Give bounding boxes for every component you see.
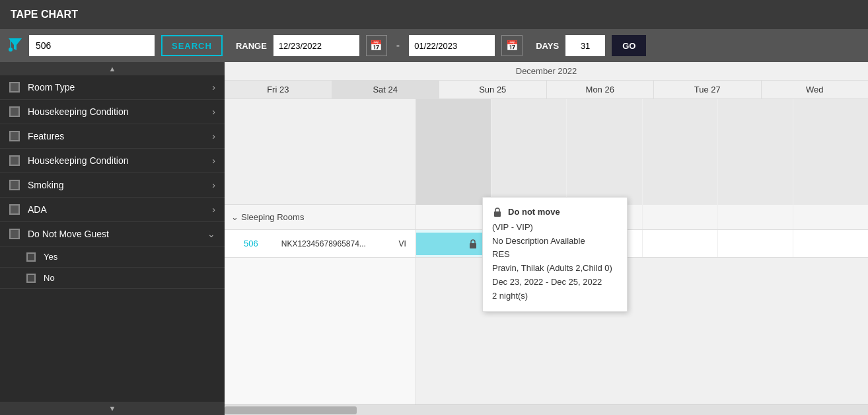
title-bar: TAPE CHART — [0, 0, 868, 29]
sidebar-scroll: Room Type › Housekeeping Condition › Fea… — [0, 75, 225, 402]
housekeeping-2-chevron-right: › — [212, 155, 215, 166]
sidebar-item-housekeeping-1[interactable]: Housekeeping Condition › — [0, 100, 225, 124]
housekeeping-2-checkbox[interactable] — [9, 155, 20, 166]
room-type-checkbox[interactable] — [9, 82, 20, 93]
month-header: December 2022 — [225, 62, 868, 81]
day-header-mon26: Mon 26 — [547, 81, 655, 98]
housekeeping-1-label: Housekeeping Condition — [28, 106, 212, 117]
sidebar: ▲ Room Type › Housekeeping Condition › F… — [0, 62, 225, 415]
day-header-sun25: Sun 25 — [439, 81, 547, 98]
svg-rect-4 — [494, 211, 501, 217]
features-label: Features — [28, 131, 212, 141]
main-layout: ▲ Room Type › Housekeeping Condition › F… — [0, 62, 868, 415]
sidebar-scroll-up[interactable]: ▲ — [0, 62, 225, 75]
tooltip-line2: (VIP - VIP) — [492, 221, 618, 235]
chart-area: December 2022 Fri 23 Sat 24 Sun 25 Mon 2… — [225, 62, 868, 415]
day-headers: Fri 23 Sat 24 Sun 25 Mon 26 Tue 27 Wed — [225, 81, 868, 99]
days-label: DAYS — [536, 41, 559, 51]
sidebar-scroll-down[interactable]: ▼ — [0, 402, 225, 415]
toolbar: SEARCH RANGE 📅 - 📅 DAYS GO — [0, 29, 868, 62]
no-checkbox[interactable] — [26, 274, 36, 283]
lock-icon — [468, 239, 478, 249]
features-checkbox[interactable] — [9, 131, 20, 141]
svg-point-1 — [9, 48, 13, 52]
tooltip: Do not move (VIP - VIP) No Description A… — [482, 197, 628, 312]
tooltip-line3: No Description Available — [492, 235, 618, 248]
sidebar-item-features[interactable]: Features › — [0, 124, 225, 149]
sleeping-rooms-label: Sleeping Rooms — [241, 212, 304, 222]
housekeeping-1-chevron-right: › — [212, 106, 215, 117]
confirmation-number: NKX12345678965874... — [277, 239, 389, 248]
tooltip-line4: RES — [492, 248, 618, 262]
chart-grid: PRAVIN Do not move (VIP - VIP) — [416, 99, 868, 404]
sidebar-item-housekeeping-2[interactable]: Housekeeping Condition › — [0, 149, 225, 173]
svg-rect-3 — [470, 243, 476, 248]
sub-item-no[interactable]: No — [0, 268, 225, 289]
room-type-code: VI — [389, 239, 416, 248]
sidebar-item-room-type[interactable]: Room Type › — [0, 75, 225, 100]
room-type-label: Room Type — [28, 82, 212, 93]
tooltip-title: Do not move — [492, 206, 618, 219]
no-label: No — [44, 273, 55, 283]
tooltip-line7: 2 night(s) — [492, 289, 618, 303]
day-header-wed: Wed — [762, 81, 869, 98]
smoking-label: Smoking — [28, 180, 212, 190]
ada-chevron-right: › — [212, 204, 215, 215]
go-button[interactable]: GO — [612, 35, 646, 56]
search-button[interactable]: SEARCH — [161, 35, 223, 56]
date-from-input[interactable] — [273, 35, 359, 56]
sidebar-item-ada[interactable]: ADA › — [0, 198, 225, 222]
smoking-chevron-right: › — [212, 180, 215, 190]
ada-label: ADA — [28, 204, 212, 215]
calendar-to-icon[interactable]: 📅 — [501, 35, 523, 56]
features-chevron-right: › — [212, 131, 215, 141]
tooltip-line6: Dec 23, 2022 - Dec 25, 2022 — [492, 276, 618, 289]
housekeeping-2-label: Housekeeping Condition — [28, 155, 212, 166]
do-not-move-chevron-down: ⌄ — [207, 229, 215, 239]
chart-labels: ⌄ Sleeping Rooms 506 NKX12345678965874..… — [225, 99, 416, 404]
do-not-move-label: Do Not Move Guest — [28, 229, 207, 239]
do-not-move-checkbox[interactable] — [9, 229, 20, 239]
range-label: RANGE — [236, 41, 267, 51]
date-to-input[interactable] — [409, 35, 495, 56]
days-input[interactable] — [565, 35, 605, 56]
housekeeping-1-checkbox[interactable] — [9, 106, 20, 117]
day-header-fri23: Fri 23 — [225, 81, 332, 98]
ada-checkbox[interactable] — [9, 204, 20, 215]
sub-item-yes[interactable]: Yes — [0, 246, 225, 268]
chart-scrollbar-thumb[interactable] — [225, 406, 357, 414]
day-header-tue27: Tue 27 — [654, 81, 762, 98]
tooltip-lock-icon — [492, 207, 503, 217]
date-separator: - — [396, 40, 400, 52]
sidebar-item-smoking[interactable]: Smoking › — [0, 173, 225, 198]
smoking-checkbox[interactable] — [9, 180, 20, 190]
calendar-from-icon[interactable]: 📅 — [366, 35, 387, 56]
search-input[interactable] — [29, 35, 155, 56]
chart-scrollbar[interactable] — [225, 404, 868, 415]
yes-checkbox[interactable] — [26, 252, 36, 262]
room-number[interactable]: 506 — [225, 239, 277, 248]
yes-label: Yes — [44, 252, 57, 262]
room-type-chevron-right: › — [212, 82, 215, 93]
filter-icon[interactable] — [8, 37, 22, 55]
app-title: TAPE CHART — [11, 9, 78, 20]
month-label: December 2022 — [516, 66, 577, 76]
sleeping-rooms-header: ⌄ Sleeping Rooms — [225, 205, 416, 230]
sidebar-item-do-not-move[interactable]: Do Not Move Guest ⌄ — [0, 222, 225, 246]
tooltip-line5: Pravin, Thilak (Adults 2,Child 0) — [492, 262, 618, 276]
day-header-sat24: Sat 24 — [332, 81, 440, 98]
